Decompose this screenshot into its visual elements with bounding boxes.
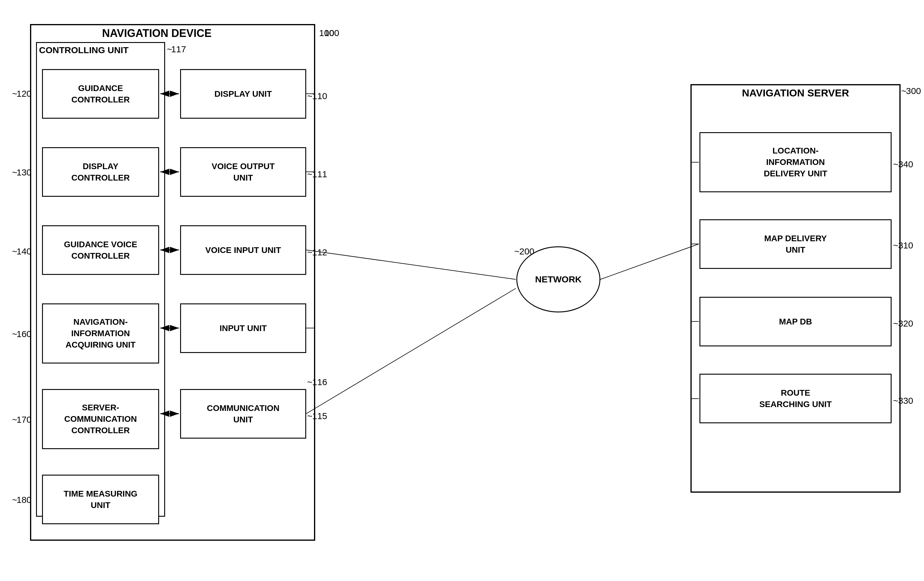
ref-115: 115	[312, 411, 327, 421]
network-label: NETWORK	[535, 274, 582, 285]
display-controller-label: DISPLAY CONTROLLER	[71, 161, 130, 184]
display-controller-box: DISPLAY CONTROLLER	[42, 147, 159, 197]
display-unit-label: DISPLAY UNIT	[214, 88, 272, 100]
route-searching-unit-box: ROUTE SEARCHING UNIT	[700, 374, 892, 423]
ref-330-tilde: ~	[893, 396, 899, 406]
svg-line-11	[306, 288, 516, 414]
ref-310: 310	[898, 240, 913, 250]
voice-input-unit-box: VOICE INPUT UNIT	[180, 225, 306, 275]
ref-160-num: 160	[16, 329, 31, 339]
map-delivery-unit-label: MAP DELIVERY UNIT	[764, 233, 827, 256]
communication-unit-box: COMMUNICATION UNIT	[180, 389, 306, 439]
server-comm-controller-box: SERVER- COMMUNICATION CONTROLLER	[42, 389, 159, 449]
voice-output-unit-box: VOICE OUTPUT UNIT	[180, 147, 306, 197]
map-delivery-unit-box: MAP DELIVERY UNIT	[700, 219, 892, 269]
server-comm-controller-label: SERVER- COMMUNICATION CONTROLLER	[64, 402, 137, 436]
route-searching-unit-label: ROUTE SEARCHING UNIT	[759, 387, 832, 410]
ref-320: 320	[898, 318, 913, 329]
ref-180-num: 180	[16, 495, 31, 505]
ref-112-tilde: ~	[307, 247, 312, 257]
ref-116: 116	[312, 377, 327, 387]
svg-line-9	[306, 250, 516, 280]
guidance-voice-controller-label: GUIDANCE VOICE CONTROLLER	[64, 239, 137, 262]
voice-input-unit-label: VOICE INPUT UNIT	[205, 245, 281, 256]
map-db-label: MAP DB	[779, 316, 812, 328]
ref-200-tilde: ~	[514, 246, 520, 257]
communication-unit-label: COMMUNICATION UNIT	[207, 402, 279, 425]
ref-300: 300	[906, 86, 921, 96]
nav-device-label: NAVIGATION DEVICE	[102, 27, 212, 40]
nav-device-ref-num: 100	[324, 28, 339, 38]
ref-115-tilde: ~	[307, 411, 312, 421]
ref-110-tilde: ~	[307, 91, 312, 101]
time-measuring-box: TIME MEASURING UNIT	[42, 475, 159, 524]
input-unit-box: INPUT UNIT	[180, 303, 306, 353]
ref-300-tilde: ~	[901, 86, 907, 96]
ref-110: 110	[312, 91, 327, 101]
voice-output-unit-label: VOICE OUTPUT UNIT	[212, 161, 275, 184]
controlling-unit-label: CONTROLLING UNIT	[39, 45, 129, 55]
nav-server-label: NAVIGATION SERVER	[718, 87, 874, 99]
ref-117: 117	[171, 44, 186, 55]
guidance-controller-box: GUIDANCE CONTROLLER	[42, 69, 159, 119]
ref-111-tilde: ~	[307, 169, 312, 179]
ref-330: 330	[898, 396, 913, 406]
ref-140-num: 140	[16, 246, 31, 257]
display-unit-box: DISPLAY UNIT	[180, 69, 306, 119]
ref-310-tilde: ~	[893, 240, 899, 250]
ref-200: 200	[519, 246, 535, 257]
map-db-box: MAP DB	[700, 297, 892, 346]
ref-120-num: 120	[16, 89, 31, 99]
input-unit-label: INPUT UNIT	[219, 323, 267, 334]
nav-info-acquiring-label: NAVIGATION- INFORMATION ACQUIRING UNIT	[66, 316, 135, 350]
ref-116-tilde: ~	[307, 377, 312, 387]
ref-340: 340	[898, 159, 913, 169]
guidance-controller-label: GUIDANCE CONTROLLER	[71, 83, 130, 106]
svg-line-12	[601, 244, 699, 280]
guidance-voice-controller-box: GUIDANCE VOICE CONTROLLER	[42, 225, 159, 275]
location-info-delivery-box: LOCATION- INFORMATION DELIVERY UNIT	[700, 132, 892, 192]
time-measuring-label: TIME MEASURING UNIT	[64, 488, 137, 511]
ref-170-num: 170	[16, 415, 31, 425]
ref-340-tilde: ~	[893, 159, 899, 169]
location-info-delivery-label: LOCATION- INFORMATION DELIVERY UNIT	[764, 145, 827, 179]
ref-130-num: 130	[16, 167, 31, 177]
ref-111: 111	[312, 169, 327, 179]
nav-info-acquiring-box: NAVIGATION- INFORMATION ACQUIRING UNIT	[42, 303, 159, 364]
ref-112: 112	[312, 247, 327, 257]
ref-320-tilde: ~	[893, 318, 899, 329]
